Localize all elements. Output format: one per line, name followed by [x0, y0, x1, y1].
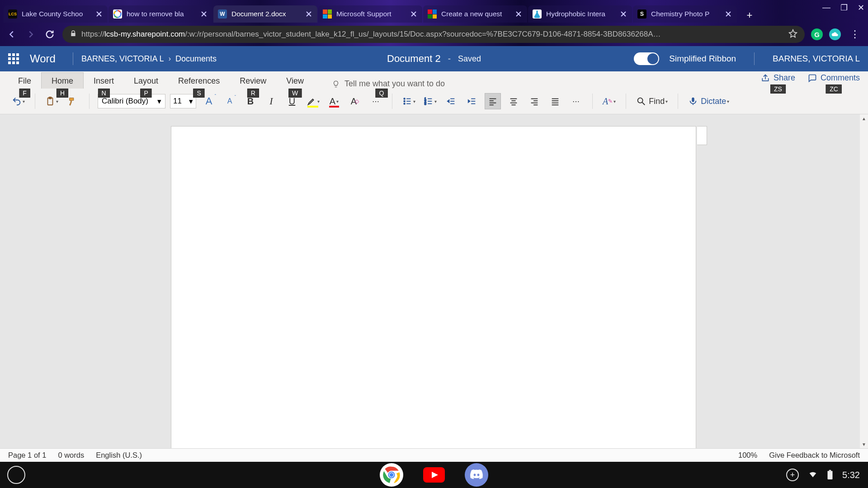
comments-button[interactable]: Comments ZC — [808, 73, 860, 83]
favicon-google — [113, 9, 122, 19]
scroll-up-icon[interactable]: ▲ — [860, 114, 868, 122]
close-icon[interactable] — [410, 10, 418, 18]
taskbar-discord-icon[interactable] — [465, 463, 488, 487]
tab-title: Document 2.docx — [231, 10, 302, 18]
share-icon — [761, 74, 770, 83]
underline-button[interactable]: U — [284, 93, 300, 109]
word-count[interactable]: 0 words — [58, 451, 84, 460]
address-bar[interactable]: https://lcsb-my.sharepoint.com/:w:/r/per… — [62, 26, 805, 43]
tab-file[interactable]: File F — [8, 73, 41, 89]
wifi-icon[interactable] — [808, 469, 818, 481]
font-color-button[interactable]: A▾ — [326, 93, 342, 109]
breadcrumb-user[interactable]: BARNES, VICTORIA L — [81, 54, 164, 64]
svg-text:3: 3 — [425, 102, 426, 106]
tab-microsoft-support[interactable]: Microsoft Support — [318, 5, 422, 23]
extension-cloud-icon[interactable] — [829, 28, 841, 40]
close-icon[interactable] — [514, 10, 523, 18]
share-button[interactable]: Share ZS — [761, 73, 795, 83]
bold-button[interactable]: B — [242, 93, 259, 109]
word-logo[interactable]: Word — [30, 52, 56, 65]
extension-grammarly-icon[interactable]: G — [811, 28, 823, 40]
tab-label: View — [286, 76, 304, 85]
forward-button[interactable] — [24, 28, 37, 41]
highlight-color-button[interactable]: ▾ — [305, 93, 321, 109]
share-label: Share — [774, 73, 795, 83]
tab-review[interactable]: Review R — [230, 73, 276, 89]
svg-point-3 — [404, 98, 405, 99]
new-tab-button[interactable]: + — [742, 8, 757, 23]
document-page[interactable] — [171, 126, 696, 448]
tell-me-search[interactable]: Tell me what you want to do Q — [332, 79, 445, 89]
italic-button[interactable]: I — [263, 93, 279, 109]
tab-references[interactable]: References S — [168, 73, 230, 89]
minimize-icon[interactable]: — — [822, 3, 830, 13]
tab-lake-county[interactable]: LCS Lake County Schoo — [4, 5, 108, 23]
browser-toolbar: https://lcsb-my.sharepoint.com/:w:/r/per… — [0, 23, 868, 46]
notifications-button[interactable]: + — [786, 469, 799, 481]
grow-font-button[interactable]: Aˆ — [201, 93, 217, 109]
tell-me-label: Tell me what you want to do — [344, 79, 445, 89]
close-icon[interactable] — [200, 10, 208, 18]
dictate-button[interactable]: Dictate▾ — [686, 93, 731, 109]
maximize-icon[interactable]: ❐ — [840, 3, 848, 13]
clear-formatting-button[interactable]: A◇ — [347, 93, 363, 109]
simplified-ribbon-toggle[interactable] — [634, 52, 659, 65]
battery-icon[interactable] — [827, 470, 833, 480]
reload-button[interactable] — [43, 28, 56, 41]
more-paragraph-button[interactable]: ⋯ — [568, 93, 584, 109]
tab-chemistry-photo[interactable]: S Chemistry Photo P — [633, 5, 737, 23]
app-launcher-icon[interactable] — [8, 53, 19, 64]
vertical-scrollbar[interactable]: ▲ ▼ — [860, 114, 868, 448]
numbering-button[interactable]: 123▾ — [422, 93, 439, 109]
shrink-font-button[interactable]: Aˇ — [222, 93, 238, 109]
increase-indent-button[interactable] — [464, 93, 480, 109]
tab-layout[interactable]: Layout P — [124, 73, 168, 89]
find-button[interactable]: Find▾ — [634, 93, 670, 109]
feedback-link[interactable]: Give Feedback to Microsoft — [769, 451, 860, 460]
lightbulb-icon — [332, 80, 340, 88]
tab-hydrophobic[interactable]: Hydrophobic Intera — [528, 5, 632, 23]
undo-button[interactable]: ▾ — [10, 93, 27, 109]
page-indicator[interactable]: Page 1 of 1 — [8, 451, 46, 460]
tab-create-question[interactable]: Create a new quest — [423, 5, 527, 23]
close-window-icon[interactable]: ✕ — [858, 3, 864, 13]
align-center-button[interactable] — [505, 93, 522, 109]
tab-document-2[interactable]: W Document 2.docx — [213, 5, 317, 23]
tab-view[interactable]: View W — [276, 73, 314, 89]
scroll-down-icon[interactable]: ▼ — [860, 440, 868, 448]
format-painter-button[interactable] — [65, 93, 81, 109]
clock[interactable]: 5:32 — [842, 470, 860, 480]
document-title[interactable]: Document 2 — [387, 53, 441, 65]
taskbar-chrome-icon[interactable] — [380, 463, 403, 487]
close-icon[interactable] — [305, 10, 313, 18]
taskbar-youtube-icon[interactable] — [422, 463, 446, 487]
align-right-button[interactable] — [526, 93, 542, 109]
close-icon[interactable] — [95, 10, 103, 18]
bullets-button[interactable]: ▾ — [401, 93, 417, 109]
back-button[interactable] — [5, 28, 18, 41]
font-size-select[interactable]: 11▾ — [170, 94, 196, 108]
browser-menu-button[interactable]: ⋮ — [847, 28, 863, 40]
tab-home[interactable]: Home H — [41, 72, 84, 89]
tab-insert[interactable]: Insert N — [84, 73, 124, 89]
align-justify-button[interactable] — [547, 93, 563, 109]
account-name[interactable]: BARNES, VICTORIA L — [773, 54, 860, 64]
browser-tabstrip: LCS Lake County Schoo how to remove bla … — [0, 0, 868, 23]
close-icon[interactable] — [619, 10, 627, 18]
tab-label: Home — [52, 76, 73, 85]
tab-google-search[interactable]: how to remove bla — [108, 5, 212, 23]
styles-button[interactable]: A✎▾ — [601, 93, 618, 109]
close-icon[interactable] — [724, 10, 732, 18]
align-left-button[interactable] — [485, 93, 501, 109]
window-controls: — ❐ ✕ — [822, 3, 864, 13]
breadcrumb-location[interactable]: Documents — [175, 54, 217, 64]
os-launcher-button[interactable] — [7, 466, 25, 484]
bookmark-icon[interactable] — [788, 29, 797, 40]
paste-button[interactable]: ▾ — [43, 93, 60, 109]
svg-rect-47 — [829, 470, 831, 471]
zoom-level[interactable]: 100% — [738, 451, 757, 460]
language-indicator[interactable]: English (U.S.) — [96, 451, 142, 460]
tab-label: References — [178, 76, 220, 85]
decrease-indent-button[interactable] — [443, 93, 459, 109]
more-font-button[interactable]: ⋯ — [368, 93, 384, 109]
